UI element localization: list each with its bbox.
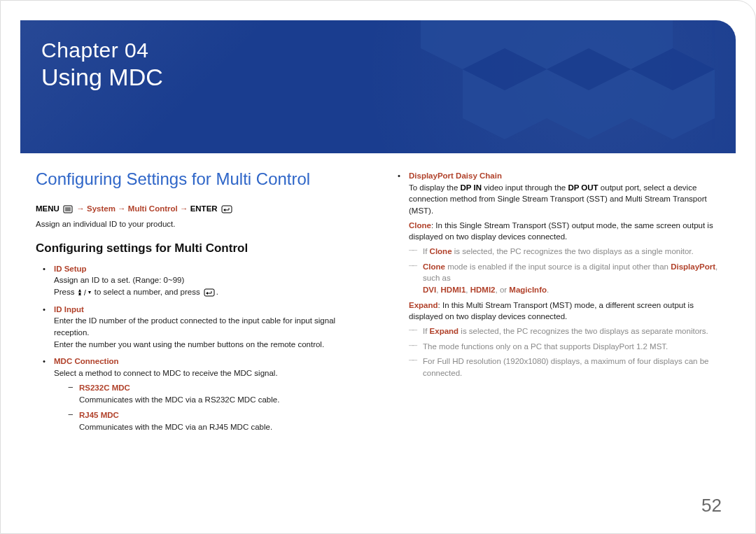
- chapter-number: Chapter 04: [41, 38, 736, 62]
- text: is selected, the PC recognizes the two d…: [458, 327, 708, 335]
- text: If: [423, 247, 430, 255]
- id-setup-press: Press / to select a number, and press .: [54, 286, 368, 298]
- expand-label: Expand: [409, 301, 438, 309]
- mdc-sublist: RS232C MDC Communicates with the MDC via…: [54, 382, 368, 433]
- item-id-input: ID Input Enter the ID number of the prod…: [36, 304, 368, 351]
- section-title: Configuring Settings for Multi Control: [36, 167, 368, 192]
- menu-icon: [63, 205, 73, 213]
- nav-system: System: [87, 204, 115, 213]
- subheading: Configuring settings for Multi Control: [36, 240, 368, 258]
- clone-label: Clone: [409, 221, 431, 230]
- text: mode is enabled if the input source is a…: [445, 262, 671, 271]
- text: To display the: [409, 183, 461, 192]
- enter-label: ENTER: [190, 204, 218, 213]
- item-mdc-connection: MDC Connection Select a method to connec…: [36, 356, 368, 433]
- text: to select a number, and press: [92, 288, 202, 296]
- right-column: DisplayPort Daisy Chain To display the D…: [391, 167, 723, 498]
- arrow-icon: →: [118, 204, 126, 213]
- menu-label: MENU: [36, 204, 59, 213]
- svg-marker-28: [88, 291, 91, 294]
- enter-icon: [204, 288, 215, 297]
- settings-list: ID Setup Assign an ID to a set. (Range: …: [36, 263, 368, 433]
- item-dp-daisy-chain: DisplayPort Daisy Chain To display the D…: [391, 170, 723, 379]
- text: .: [547, 286, 549, 294]
- dp-chain-label: DisplayPort Daisy Chain: [409, 170, 723, 182]
- page: Chapter 04 Using MDC Configuring Setting…: [0, 0, 756, 534]
- up-down-icon: /: [78, 289, 91, 297]
- expand-note-3: For Full HD resolution (1920x1080) displ…: [409, 356, 723, 379]
- chapter-banner: Chapter 04 Using MDC: [20, 20, 736, 153]
- item-rs232c: RS232C MDC Communicates with the MDC via…: [54, 382, 368, 405]
- left-column: Configuring Settings for Multi Control M…: [36, 167, 368, 498]
- mdc-connection-desc: Select a method to connect to MDC to rec…: [54, 367, 368, 379]
- dvi: DVI: [423, 286, 436, 294]
- nav-multi-control: Multi Control: [128, 204, 178, 213]
- hdmi2: HDMI2: [470, 286, 496, 294]
- svg-marker-30: [206, 292, 208, 295]
- displayport: DisplayPort: [671, 262, 715, 271]
- svg-text:/: /: [84, 289, 86, 297]
- text: , or: [496, 286, 510, 294]
- text: If: [423, 327, 430, 335]
- svg-marker-26: [78, 289, 81, 292]
- expand-notes: If Expand is selected, the PC recognizes…: [409, 325, 723, 379]
- intro-text: Assign an individual ID to your product.: [36, 218, 368, 230]
- clone-line: Clone: In this Single Stream Transport (…: [409, 220, 723, 243]
- dp-chain-desc: To display the DP IN video input through…: [409, 182, 723, 217]
- rj45-desc: Communicates with the MDC via an RJ45 MD…: [79, 421, 368, 433]
- arrow-icon: →: [76, 204, 85, 213]
- hdmi1: HDMI1: [441, 286, 466, 294]
- clone-notes: If Clone is selected, the PC recognizes …: [409, 246, 723, 296]
- enter-icon: [221, 205, 232, 213]
- mdc-connection-label: MDC Connection: [54, 356, 368, 367]
- id-input-desc1: Enter the ID number of the product conne…: [54, 315, 368, 338]
- magicinfo: MagicInfo: [509, 286, 547, 294]
- clone-label: Clone: [423, 262, 445, 271]
- clone-note-1: If Clone is selected, the PC recognizes …: [409, 246, 723, 258]
- svg-rect-29: [204, 289, 214, 296]
- menu-path: MENU → System → Multi Control → ENTER: [36, 203, 368, 215]
- arrow-icon: →: [180, 204, 188, 213]
- page-number: 52: [701, 495, 722, 517]
- text: is selected, the PC recognizes the two d…: [452, 247, 694, 255]
- rs232c-desc: Communicates with the MDC via a RS232C M…: [79, 394, 368, 406]
- id-input-desc2: Enter the number you want using the numb…: [54, 339, 368, 351]
- clone-note-2: Clone mode is enabled if the input sourc…: [409, 261, 723, 296]
- content-area: Configuring Settings for Multi Control M…: [36, 167, 723, 498]
- expand-label: Expand: [430, 327, 459, 335]
- svg-rect-22: [222, 206, 232, 213]
- clone-desc: : In this Single Stream Transport (SST) …: [409, 221, 713, 241]
- expand-note-1: If Expand is selected, the PC recognizes…: [409, 325, 723, 337]
- id-setup-label: ID Setup: [54, 263, 368, 275]
- expand-note-2: The mode functions only on a PC that sup…: [409, 341, 723, 353]
- chapter-title: Using MDC: [41, 64, 736, 91]
- rs232c-label: RS232C MDC: [79, 384, 130, 392]
- clone-label: Clone: [430, 247, 452, 255]
- text: video input through the: [482, 183, 568, 192]
- expand-line: Expand: In this Multi Stream Transport (…: [409, 300, 723, 323]
- id-setup-range: Assign an ID to a set. (Range: 0~99): [54, 274, 368, 286]
- rj45-label: RJ45 MDC: [79, 411, 119, 419]
- item-id-setup: ID Setup Assign an ID to a set. (Range: …: [36, 263, 368, 298]
- id-input-label: ID Input: [54, 304, 368, 316]
- item-rj45: RJ45 MDC Communicates with the MDC via a…: [54, 409, 368, 433]
- dp-chain-list: DisplayPort Daisy Chain To display the D…: [391, 170, 723, 379]
- dp-out: DP OUT: [568, 183, 598, 192]
- text: Press: [54, 288, 77, 296]
- svg-marker-23: [223, 209, 225, 211]
- expand-desc: : In this Multi Stream Transport (MST) m…: [409, 301, 694, 321]
- dp-in: DP IN: [461, 183, 482, 192]
